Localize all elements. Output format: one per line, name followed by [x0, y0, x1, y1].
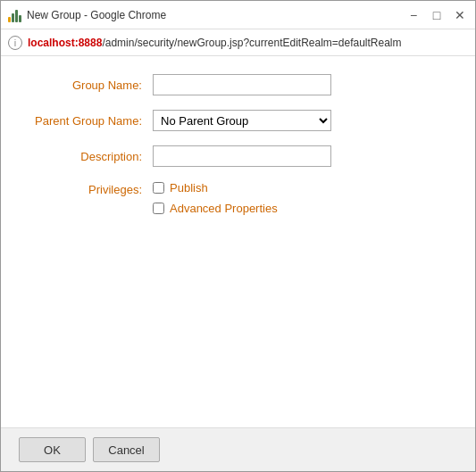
privileges-label: Privileges:: [28, 181, 153, 196]
parent-group-name-label: Parent Group Name:: [28, 114, 153, 128]
app-icon: [8, 8, 21, 22]
maximize-button[interactable]: □: [429, 7, 445, 23]
group-name-row: Group Name:: [28, 74, 448, 95]
publish-checkbox[interactable]: [153, 182, 164, 194]
main-window: New Group - Google Chrome − □ ✕ i localh…: [0, 0, 476, 472]
advanced-properties-checkbox-row: Advanced Properties: [153, 202, 278, 215]
ok-button[interactable]: OK: [19, 437, 86, 462]
title-bar-controls: − □ ✕: [405, 7, 468, 23]
cancel-button[interactable]: Cancel: [93, 437, 160, 462]
icon-bar4: [19, 15, 21, 22]
info-icon: i: [8, 36, 22, 50]
title-bar: New Group - Google Chrome − □ ✕: [1, 1, 475, 29]
group-name-input[interactable]: [153, 74, 331, 95]
description-label: Description:: [28, 150, 153, 163]
privileges-checkboxes: Publish Advanced Properties: [153, 181, 278, 215]
title-bar-left: New Group - Google Chrome: [8, 8, 166, 22]
form: Group Name: Parent Group Name: No Parent…: [28, 74, 448, 410]
url-path: /admin/security/newGroup.jsp?currentEdit…: [102, 37, 401, 49]
footer: OK Cancel: [1, 427, 475, 471]
window-title: New Group - Google Chrome: [27, 9, 166, 21]
close-button[interactable]: ✕: [452, 7, 468, 23]
minimize-button[interactable]: −: [405, 7, 422, 23]
parent-group-name-row: Parent Group Name: No Parent Group: [28, 110, 448, 131]
group-name-label: Group Name:: [28, 79, 153, 92]
advanced-properties-checkbox-label[interactable]: Advanced Properties: [170, 202, 278, 215]
description-row: Description:: [28, 145, 448, 167]
content-area: Group Name: Parent Group Name: No Parent…: [1, 56, 475, 427]
advanced-properties-checkbox[interactable]: [153, 203, 164, 214]
address-text: localhost:8888/admin/security/newGroup.j…: [28, 37, 402, 49]
publish-checkbox-row: Publish: [153, 181, 278, 195]
url-host: localhost:8888: [28, 37, 102, 49]
icon-bar1: [8, 17, 11, 22]
description-input[interactable]: [153, 145, 331, 167]
icon-bar2: [12, 13, 14, 22]
publish-checkbox-label[interactable]: Publish: [170, 181, 208, 195]
parent-group-select[interactable]: No Parent Group: [153, 110, 331, 131]
privileges-row: Privileges: Publish Advanced Properties: [28, 181, 448, 215]
address-bar: i localhost:8888/admin/security/newGroup…: [1, 29, 475, 56]
icon-bar3: [15, 10, 18, 22]
